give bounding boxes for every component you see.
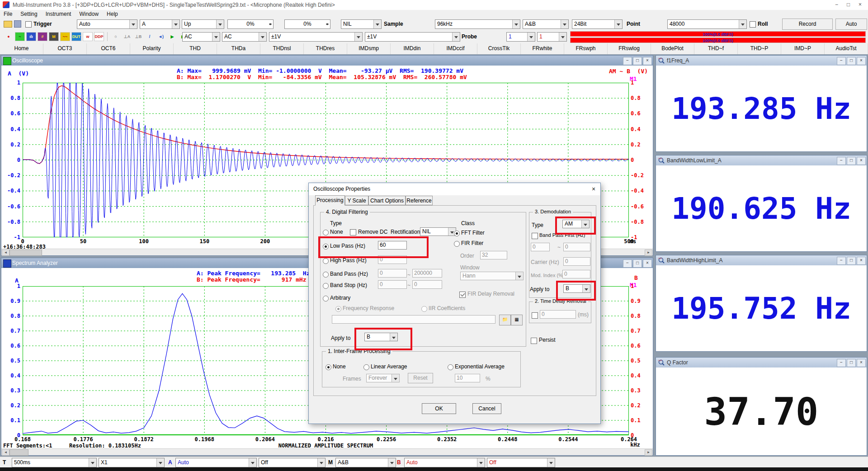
channel-a-mode-dropdown[interactable]: Auto <box>175 458 257 467</box>
roll-checkbox[interactable] <box>750 21 756 28</box>
reset-button[interactable]: Reset <box>408 373 433 383</box>
fft-filter-radio[interactable] <box>454 231 460 236</box>
band-pass-from-input[interactable]: 0 <box>378 269 407 278</box>
shortcut-tab-frswph[interactable]: FRswph <box>564 43 608 54</box>
menu-setting[interactable]: Setting <box>20 11 37 17</box>
demod-type-dropdown[interactable]: AM <box>562 220 590 228</box>
channel-a-extra-dropdown[interactable]: Off <box>259 458 326 467</box>
persist-checkbox[interactable] <box>531 338 537 344</box>
oscilloscope-restore-button[interactable] <box>633 57 642 65</box>
oscilloscope-icon[interactable]: ~ <box>15 32 25 41</box>
shortcut-tab-imddin[interactable]: IMDdin <box>391 43 434 54</box>
dialog-tab-y-scale[interactable]: Y Scale <box>345 196 368 205</box>
ddp-panel-min-button[interactable] <box>837 359 846 367</box>
oscilloscope-title-bar[interactable]: Oscilloscope <box>1 56 653 66</box>
ddp-panel-max-button[interactable] <box>847 57 856 65</box>
window-maximize-button[interactable] <box>845 1 852 8</box>
ifp-none-radio[interactable] <box>326 364 331 370</box>
channel-b-mode-dropdown[interactable]: Auto <box>404 458 485 467</box>
coupling-a-dropdown[interactable]: AC <box>182 32 220 42</box>
window-dropdown[interactable]: Hann <box>460 272 524 280</box>
trigger-source-dropdown[interactable]: A <box>140 19 180 29</box>
window-close-button[interactable] <box>857 1 863 8</box>
dialog-tab-processing[interactable]: Processing <box>315 195 345 206</box>
marker-b-icon[interactable]: ⊥B <box>133 32 143 41</box>
time-delay-checkbox[interactable] <box>532 312 538 319</box>
window-minimize-button[interactable] <box>833 1 840 8</box>
coupling-b-dropdown[interactable]: AC <box>222 32 267 42</box>
ddp-panel-close-button[interactable] <box>857 359 866 367</box>
multimeter-icon[interactable]: M <box>49 32 59 41</box>
shortcut-tab-thd[interactable]: THD <box>174 43 217 54</box>
band-pass-to-input[interactable]: 200000 <box>412 269 442 278</box>
shortcut-tab-thda[interactable]: THDa <box>217 43 260 54</box>
channel-b-extra-dropdown[interactable]: Off <box>487 458 555 467</box>
spectrum-minimize-button[interactable] <box>623 259 632 268</box>
calibration-icon[interactable]: / <box>145 32 155 41</box>
dialog-close-button[interactable] <box>590 185 598 193</box>
derived-curve-icon[interactable]: w <box>83 32 93 41</box>
ddp-panel-min-button[interactable] <box>837 257 846 265</box>
low-pass-input[interactable]: 60 <box>378 241 407 250</box>
range-b-dropdown[interactable]: ±1V <box>365 32 460 42</box>
shortcut-tab-thdnsl[interactable]: THDnsl <box>260 43 304 54</box>
zoom-dropdown[interactable]: X1 <box>99 458 165 467</box>
demod-bp-from-input[interactable]: 0 <box>531 243 550 251</box>
ddp-panel-close-button[interactable] <box>857 257 866 265</box>
trigger-edge-dropdown[interactable]: Up <box>182 19 224 29</box>
trigger-mode-dropdown[interactable]: Auto <box>77 19 137 29</box>
ddp-panel-title-bar[interactable]: DDPQ Factor <box>656 358 867 367</box>
shortcut-tab-polarity[interactable]: Polarity <box>130 43 174 54</box>
ok-button[interactable]: OK <box>422 403 456 414</box>
shortcut-tab-frwhite[interactable]: FRwhite <box>521 43 564 54</box>
fir-delay-removal-checkbox[interactable] <box>459 292 466 298</box>
band-stop-radio[interactable] <box>323 283 329 289</box>
ddp-panel-close-button[interactable] <box>857 57 866 65</box>
ddp-panel-max-button[interactable] <box>847 359 856 367</box>
ddp-panel-min-button[interactable] <box>837 157 846 165</box>
high-pass-input[interactable]: 0 <box>378 255 407 264</box>
filter-apply-to-dropdown[interactable]: B <box>364 333 398 341</box>
shortcut-tab-thd~p[interactable]: THD~P <box>738 43 781 54</box>
trigger-frequency-reject-dropdown[interactable]: NIL <box>341 19 382 29</box>
oscilloscope-minimize-button[interactable] <box>623 57 632 65</box>
auto-button[interactable]: Auto <box>835 19 867 30</box>
sound-device-icon[interactable]: ◄) <box>156 32 166 41</box>
demod-bp-to-input[interactable]: 0 <box>563 243 590 251</box>
shortcut-tab-crosstlk[interactable]: CrossTlk <box>477 43 521 54</box>
mod-index-input[interactable]: 0 <box>562 270 590 278</box>
carrier-input[interactable]: 0 <box>563 257 590 266</box>
shortcut-tab-bodeplot[interactable]: BodePlot <box>651 43 694 54</box>
trigger-delay-spinner[interactable]: 0% <box>284 19 330 29</box>
record-icon[interactable]: ● <box>4 32 14 41</box>
exp-average-input[interactable]: 10 <box>455 374 480 382</box>
low-pass-radio[interactable] <box>323 244 329 250</box>
dialog-tab-chart-options[interactable]: Chart Options <box>368 196 406 205</box>
ddp-panel-min-button[interactable] <box>837 57 846 65</box>
ddp-panel-close-button[interactable] <box>857 157 866 165</box>
rectification-dropdown[interactable]: NIL <box>420 227 456 236</box>
band-pass-radio[interactable] <box>323 272 329 278</box>
menu-help[interactable]: Help <box>107 11 118 17</box>
probe-b-dropdown[interactable]: 1 <box>537 32 567 42</box>
ddp-panel-title-bar[interactable]: DDPBandWidthLowLimit_A <box>656 155 867 165</box>
spectrum-restore-button[interactable] <box>633 259 642 268</box>
ddp-panel-title-bar[interactable]: DDPf1Freq_A <box>656 56 867 66</box>
timebase-dropdown[interactable]: 500ms <box>12 458 97 467</box>
shortcut-tab-thdres[interactable]: THDres <box>304 43 347 54</box>
spectrum-analyzer-icon[interactable]: ılı <box>26 32 36 41</box>
iir-coefficients-radio[interactable] <box>421 306 427 312</box>
menu-instrument[interactable]: Instrument <box>46 11 71 17</box>
signal-generator-icon[interactable]: ~~ <box>60 32 70 41</box>
menu-file[interactable]: File <box>4 11 12 17</box>
ddp-viewer-icon[interactable]: DDP <box>94 32 104 41</box>
arbitrary-radio[interactable] <box>323 296 329 301</box>
shortcut-tab-home[interactable]: Home <box>0 43 43 54</box>
ifp-exponential-radio[interactable] <box>448 364 453 370</box>
probe-a-dropdown[interactable]: 1 <box>506 32 535 42</box>
shortcut-tab-imdsmp[interactable]: IMDsmp <box>347 43 391 54</box>
ddp-panel-title-bar[interactable]: DDPBandWidthHighLimit_A <box>656 255 867 265</box>
shortcut-tab-oct6[interactable]: OCT6 <box>87 43 130 54</box>
ddp-panel-max-button[interactable] <box>847 157 856 165</box>
shortcut-tab-imdccif[interactable]: IMDccif <box>434 43 477 54</box>
